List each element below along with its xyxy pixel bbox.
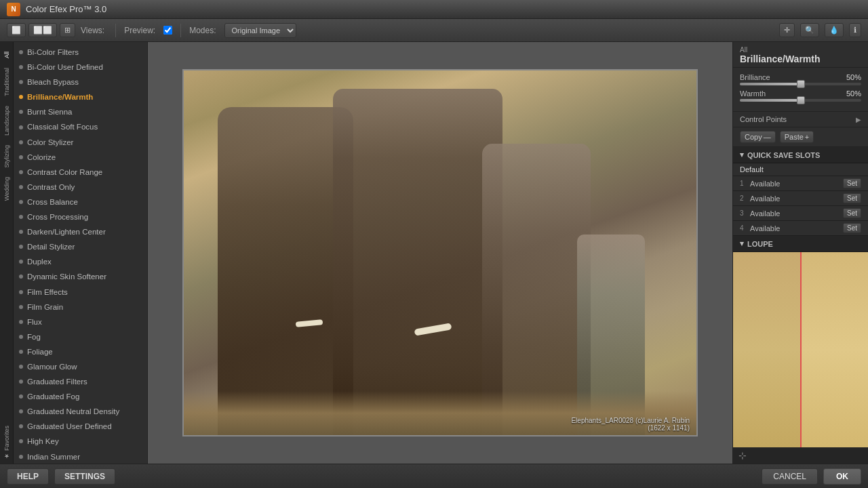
toolbar: ⬜ ⬜⬜ ⊞ Views: Preview: Modes: Original I… [0, 19, 868, 42]
brilliance-thumb[interactable] [797, 80, 805, 88]
filter-dot [19, 200, 23, 204]
cat-tab-favorites[interactable]: ★ Favorites [2, 422, 12, 464]
filter-item[interactable]: Contrast Only [14, 180, 147, 195]
filter-item[interactable]: Foliage [14, 344, 147, 359]
filter-item[interactable]: Indian Summer [14, 449, 147, 464]
warmth-value: 50% [846, 89, 861, 98]
preview-checkbox-group[interactable] [163, 26, 172, 35]
control-points-label: Control Points [740, 115, 787, 123]
filter-item[interactable]: Bi-Color User Defined [14, 60, 147, 75]
quick-save-default-label: Default [740, 165, 861, 174]
filter-item[interactable]: Brilliance/Warmth [14, 89, 147, 104]
filter-list-container: Bi-Color FiltersBi-Color User DefinedBle… [14, 42, 147, 464]
zoom-btn[interactable]: 🔍 [800, 23, 819, 37]
slot-2-set-btn[interactable]: Set [843, 193, 861, 203]
filter-item[interactable]: Colorize [14, 150, 147, 165]
filter-dot [19, 350, 23, 354]
brilliance-fill [740, 83, 801, 85]
settings-button[interactable]: SETTINGS [54, 468, 115, 485]
filter-item[interactable]: Graduated Filters [14, 374, 147, 389]
filter-item[interactable]: Duplex [14, 254, 147, 269]
filter-item[interactable]: Dynamic Skin Softener [14, 269, 147, 284]
info-btn[interactable]: ℹ [849, 23, 861, 37]
param-brilliance: Brilliance 50% [740, 73, 861, 85]
loupe-zoom-icon[interactable]: ⊹ [738, 450, 747, 461]
warmth-thumb[interactable] [797, 96, 805, 104]
view-btn-grid[interactable]: ⊞ [60, 23, 75, 37]
view-buttons: ⬜ ⬜⬜ ⊞ [7, 23, 75, 37]
quick-save-slot-3: 3 Available Set [733, 206, 868, 221]
filter-item-label: Glamour Glow [27, 361, 77, 372]
filter-item[interactable]: Detail Stylizer [14, 239, 147, 254]
filter-dot [19, 125, 23, 129]
filter-item[interactable]: Bleach Bypass [14, 75, 147, 89]
filter-item[interactable]: Darken/Lighten Center [14, 224, 147, 239]
view-btn-single[interactable]: ⬜ [7, 23, 26, 37]
toolbar-separator-2 [180, 24, 181, 37]
filter-item[interactable]: Film Grain [14, 300, 147, 314]
filter-item-label: Graduated Filters [27, 376, 87, 387]
main-area: All Traditional Landscape Stylizing Wedd… [0, 42, 868, 464]
filter-item[interactable]: Color Stylizer [14, 135, 147, 150]
filter-item[interactable]: High Key [14, 434, 147, 449]
loupe-section: ⊹ [733, 252, 868, 464]
filter-dot [19, 305, 23, 309]
filter-dot [19, 439, 23, 443]
filter-item[interactable]: Bi-Color Filters [14, 45, 147, 60]
eyedrop-btn[interactable]: 💧 [825, 23, 844, 37]
filter-item-label: Colorize [27, 152, 56, 163]
filter-item-label: Cross Balance [27, 197, 78, 207]
filter-item-label: Film Grain [27, 302, 63, 312]
quick-save-slot-4: 4 Available Set [733, 221, 868, 236]
filter-dot [19, 455, 23, 459]
cat-tab-landscape[interactable]: Landscape [2, 102, 12, 140]
filter-item-label: Foliage [27, 346, 53, 357]
cat-tab-stylizing[interactable]: Stylizing [2, 141, 12, 172]
filter-item[interactable]: Graduated Neutral Density [14, 404, 147, 419]
filter-dot [19, 140, 23, 144]
filter-item[interactable]: Fog [14, 329, 147, 344]
cat-tab-wedding[interactable]: Wedding [2, 173, 12, 205]
filter-item[interactable]: Cross Processing [14, 209, 147, 224]
cat-tab-traditional[interactable]: Traditional [2, 64, 12, 100]
quick-save-arrow: ▾ [740, 150, 744, 159]
help-button[interactable]: HELP [7, 468, 49, 485]
filter-item[interactable]: Film Effects [14, 285, 147, 300]
slot-1-set-btn[interactable]: Set [843, 178, 861, 188]
modes-label: Modes: [189, 26, 216, 35]
filter-item-label: Darken/Lighten Center [27, 226, 106, 237]
modes-dropdown[interactable]: Original Image [224, 23, 296, 38]
cat-tab-all[interactable]: All [2, 47, 12, 62]
filter-dot [19, 65, 23, 69]
filter-item[interactable]: Cross Balance [14, 195, 147, 209]
crosshair-btn[interactable]: ✛ [779, 23, 795, 37]
warmth-fill [740, 99, 801, 102]
warmth-slider[interactable] [740, 99, 861, 102]
brilliance-slider[interactable] [740, 83, 861, 85]
preview-checkbox[interactable] [163, 26, 172, 35]
filter-item[interactable]: Burnt Sienna [14, 104, 147, 119]
loupe-header[interactable]: ▾ LOUPE [733, 236, 868, 252]
filter-item[interactable]: Graduated User Defined [14, 419, 147, 434]
filter-item[interactable]: Classical Soft Focus [14, 119, 147, 134]
ok-button[interactable]: OK [823, 468, 861, 485]
filter-item[interactable]: Graduated Fog [14, 389, 147, 404]
slot-3-set-btn[interactable]: Set [843, 208, 861, 218]
filter-item-label: Graduated User Defined [27, 421, 112, 432]
filter-item[interactable]: Flux [14, 314, 147, 329]
filter-item-label: Contrast Only [27, 182, 75, 192]
slot-3-label: Available [750, 209, 840, 218]
filter-item[interactable]: Contrast Color Range [14, 165, 147, 180]
quick-save-header[interactable]: ▾ QUICK SAVE SLOTS [733, 147, 868, 163]
copy-button[interactable]: Copy — [740, 131, 776, 143]
filter-dot [19, 394, 23, 399]
paste-button[interactable]: Paste + [780, 131, 814, 143]
slot-2-num: 2 [740, 195, 747, 202]
cancel-button[interactable]: CANCEL [762, 468, 818, 485]
filter-dot [19, 365, 23, 369]
view-btn-split[interactable]: ⬜⬜ [28, 23, 57, 37]
loupe-view [733, 252, 868, 447]
slot-4-set-btn[interactable]: Set [843, 223, 861, 233]
filter-item-label: Fog [27, 331, 41, 342]
filter-item[interactable]: Glamour Glow [14, 359, 147, 374]
